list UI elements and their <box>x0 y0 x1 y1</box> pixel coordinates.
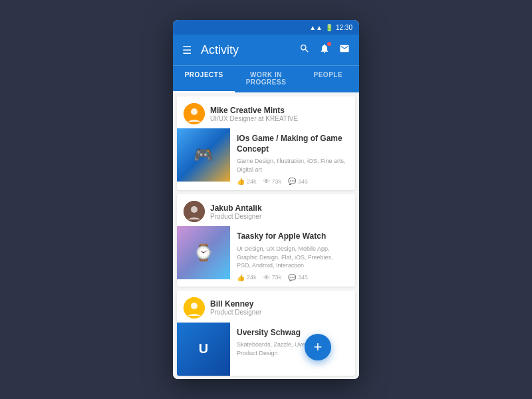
card-header-3: Bill Kenney Product Designer <box>177 291 355 323</box>
comment-icon-1: 💬 <box>288 178 296 185</box>
signal-icon: ▲▲ <box>309 24 323 31</box>
card-image-2: ⌚ <box>177 226 230 279</box>
tab-bar: PROJECTS WORK IN PROGRESS PEOPLE <box>173 65 359 92</box>
card-views-1: 👁 73k <box>263 178 282 185</box>
status-bar: ▲▲ 🔋 12:30 <box>173 20 359 35</box>
card-user-info-3: Bill Kenney Product Designer <box>210 299 348 316</box>
card-body-2: ⌚ Taasky for Apple Watch UI Design, UX D… <box>177 226 355 286</box>
header-actions <box>299 43 350 57</box>
avatar-1 <box>184 103 205 124</box>
card-info-1: iOs Game / Making of Game Concept Game D… <box>230 128 355 190</box>
card-user-role-2: Product Designer <box>210 213 348 220</box>
comment-icon-2: 💬 <box>288 274 296 281</box>
card-body-1: 🎮 iOs Game / Making of Game Concept Game… <box>177 128 355 190</box>
card-tags-2: UI Design, UX Design, Mobile App, Graphi… <box>237 245 348 270</box>
app-header: ☰ Activity <box>173 35 359 65</box>
card-user-role-3: Product Designer <box>210 309 348 316</box>
menu-icon[interactable]: ☰ <box>182 44 192 57</box>
card-likes-2: 👍 24k <box>237 274 257 281</box>
card-stats-2: 👍 24k 👁 73k 💬 345 <box>237 274 348 281</box>
status-time: 12:30 <box>336 24 352 31</box>
card-user-info-2: Jakub Antalik Product Designer <box>210 203 348 220</box>
tab-people[interactable]: PEOPLE <box>297 66 359 92</box>
card-info-3: Uversity Schwag Skateboards, Zazzle, Uve… <box>230 323 355 376</box>
search-icon[interactable] <box>299 43 310 57</box>
page-title: Activity <box>201 43 299 57</box>
view-icon-1: 👁 <box>263 178 270 185</box>
card-user-role-1: UI/UX Designer at KREATIVE <box>210 115 348 122</box>
svg-point-3 <box>191 206 198 213</box>
card-project-title-2: Taasky for Apple Watch <box>237 231 348 242</box>
card-comments-2: 💬 345 <box>288 274 308 281</box>
card-comments-1: 💬 345 <box>288 178 308 185</box>
mail-icon[interactable] <box>339 43 350 57</box>
card-stats-1: 👍 24k 👁 73k 💬 345 <box>237 178 348 185</box>
like-icon-1: 👍 <box>237 178 245 185</box>
avatar-2 <box>184 201 205 222</box>
battery-icon: 🔋 <box>325 24 333 31</box>
notification-icon[interactable] <box>319 43 330 57</box>
card-likes-1: 👍 24k <box>237 178 257 185</box>
svg-point-1 <box>191 108 198 115</box>
activity-card-1: Mike Creative Mints UI/UX Designer at KR… <box>177 96 355 190</box>
card-user-info-1: Mike Creative Mints UI/UX Designer at KR… <box>210 106 348 122</box>
activity-feed: Mike Creative Mints UI/UX Designer at KR… <box>173 92 359 379</box>
card-info-2: Taasky for Apple Watch UI Design, UX Des… <box>230 226 355 286</box>
notification-badge <box>327 42 331 46</box>
card-project-title-1: iOs Game / Making of Game Concept <box>237 134 348 154</box>
card-user-name-2: Jakub Antalik <box>210 203 348 213</box>
card-header-2: Jakub Antalik Product Designer <box>177 194 355 226</box>
fab-add-button[interactable]: + <box>305 334 331 360</box>
card-user-name-1: Mike Creative Mints <box>210 106 348 115</box>
view-icon-2: 👁 <box>263 274 270 281</box>
activity-card-2: Jakub Antalik Product Designer ⌚ Taasky … <box>177 194 355 286</box>
like-icon-2: 👍 <box>237 274 245 281</box>
card-user-name-3: Bill Kenney <box>210 299 348 309</box>
avatar-3 <box>184 297 205 319</box>
card-tags-3: Skateboards, Zazzle, Uvercity, Foo Produ… <box>237 340 348 357</box>
card-image-3: U <box>177 323 230 376</box>
activity-card-3: Bill Kenney Product Designer U Uversity … <box>177 291 355 376</box>
tab-projects[interactable]: PROJECTS <box>173 66 235 92</box>
card-views-2: 👁 73k <box>263 274 282 281</box>
tab-work-in-progress[interactable]: WORK IN PROGRESS <box>235 66 297 92</box>
card-project-title-3: Uversity Schwag <box>237 328 348 338</box>
card-header-1: Mike Creative Mints UI/UX Designer at KR… <box>177 96 355 128</box>
card-image-1: 🎮 <box>177 128 230 182</box>
card-tags-1: Game Design, Illustration, iOS, Fine art… <box>237 157 348 174</box>
svg-point-5 <box>191 303 198 309</box>
